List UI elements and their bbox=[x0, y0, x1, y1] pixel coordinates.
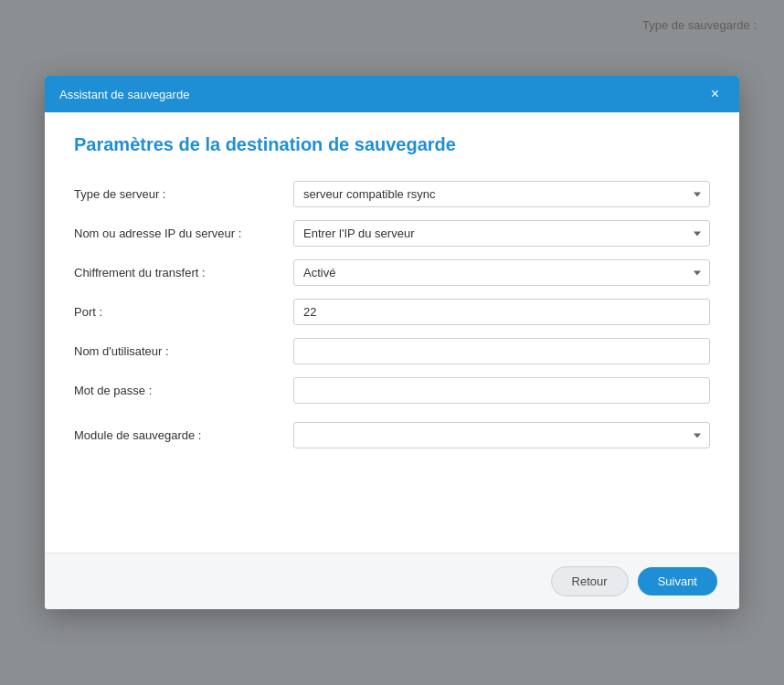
dialog-header-title: Assistant de sauvegarde bbox=[59, 88, 189, 101]
dialog-body: Paramètres de la destination de sauvegar… bbox=[45, 112, 739, 553]
input-password[interactable] bbox=[293, 377, 710, 404]
field-server-type: Type de serveur : serveur compatible rsy… bbox=[74, 181, 710, 207]
select-encryption[interactable]: Activé Désactivé bbox=[293, 259, 710, 286]
input-username[interactable] bbox=[293, 338, 710, 364]
dialog-main-title: Paramètres de la destination de sauvegar… bbox=[74, 134, 710, 155]
control-username bbox=[293, 338, 710, 364]
label-server-ip: Nom ou adresse IP du serveur : bbox=[74, 227, 293, 240]
label-username: Nom d'utilisateur : bbox=[74, 344, 293, 358]
field-username: Nom d'utilisateur : bbox=[74, 338, 710, 364]
label-server-type: Type de serveur : bbox=[74, 187, 293, 201]
modal-overlay: Assistant de sauvegarde × Paramètres de … bbox=[0, 0, 784, 685]
label-module: Module de sauvegarde : bbox=[74, 428, 293, 442]
field-password: Mot de passe : bbox=[74, 377, 710, 404]
next-button[interactable]: Suivant bbox=[638, 567, 717, 595]
field-server-ip: Nom ou adresse IP du serveur : Entrer l'… bbox=[74, 220, 710, 247]
close-button[interactable]: × bbox=[705, 85, 725, 103]
select-server-type[interactable]: serveur compatible rsync FTP SFTP bbox=[293, 181, 710, 207]
dialog-header: Assistant de sauvegarde × bbox=[45, 76, 739, 112]
control-server-type: serveur compatible rsync FTP SFTP bbox=[293, 181, 710, 207]
control-server-ip: Entrer l'IP du serveur bbox=[293, 220, 710, 247]
select-module[interactable] bbox=[293, 422, 710, 448]
control-encryption: Activé Désactivé bbox=[293, 259, 710, 286]
label-encryption: Chiffrement du transfert : bbox=[74, 266, 293, 279]
back-button[interactable]: Retour bbox=[551, 566, 629, 596]
field-module: Module de sauvegarde : bbox=[74, 422, 710, 448]
select-server-ip[interactable]: Entrer l'IP du serveur bbox=[293, 220, 710, 247]
bottom-spacer bbox=[74, 461, 710, 534]
field-encryption: Chiffrement du transfert : Activé Désact… bbox=[74, 259, 710, 286]
field-port: Port : bbox=[74, 299, 710, 325]
control-module bbox=[293, 422, 710, 448]
dialog-footer: Retour Suivant bbox=[45, 553, 739, 609]
label-password: Mot de passe : bbox=[74, 384, 293, 397]
control-password bbox=[293, 377, 710, 404]
control-port bbox=[293, 299, 710, 325]
label-port: Port : bbox=[74, 305, 293, 319]
dialog: Assistant de sauvegarde × Paramètres de … bbox=[45, 76, 739, 609]
input-port[interactable] bbox=[293, 299, 710, 325]
